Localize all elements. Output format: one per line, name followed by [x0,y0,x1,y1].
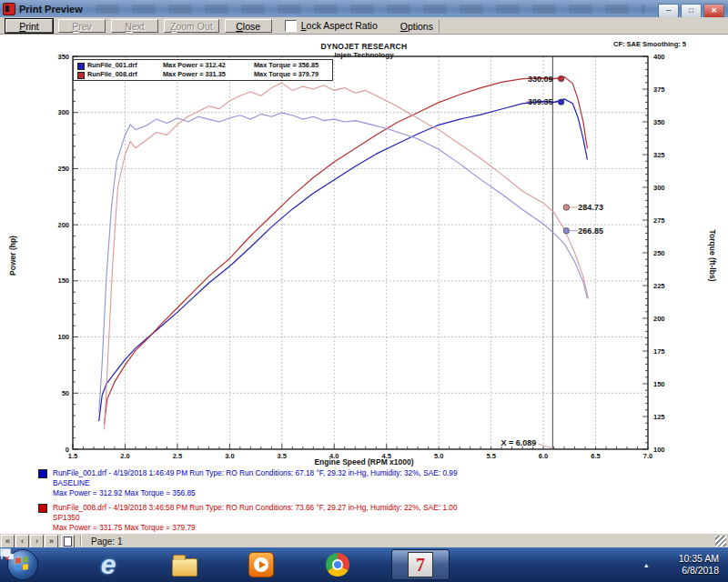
chart-legend: RunFile_001.drfMax Power = 312.42Max Tor… [73,59,333,81]
taskbar-item-dyno-app-active[interactable]: 7 [391,549,450,580]
svg-text:125: 125 [653,413,665,421]
cursor-readout: X = 6.089 [501,438,537,447]
svg-text:1.5: 1.5 [68,452,77,460]
legend-max-torque: Max Torque = 356.85 [254,61,318,69]
svg-text:225: 225 [653,282,665,290]
svg-text:100: 100 [57,333,69,341]
svg-text:100: 100 [653,446,665,454]
svg-text:275: 275 [653,216,665,225]
last-page-button[interactable]: » [45,535,58,548]
callout-marker[interactable] [558,99,563,105]
statusbar-divider [80,536,82,547]
run-header-line: RunFile_001.drf - 4/19/2018 1:46:49 PM R… [53,468,458,478]
lock-aspect-ratio-label: Lock Aspect Ratio [301,20,378,31]
legend-max-power: Max Power = 312.42 [163,61,226,69]
page-layout-button[interactable] [61,535,75,548]
taskbar: e 7 ▲ x 10:35 AM 6/8/2018 [0,547,728,582]
options-button[interactable]: Options [394,19,440,33]
svg-text:300: 300 [653,184,665,192]
run-tag-line: SP1350 [53,513,458,523]
prev-page-button[interactable]: ‹ [15,535,29,548]
x-axis-title: Engine Speed (RPM x1000) [228,457,500,467]
curve-runfile_001-power [99,99,588,421]
svg-text:0: 0 [66,446,69,454]
dyno-app-icon: 7 [408,552,433,577]
svg-text:300: 300 [57,108,69,116]
next-button: Next [111,19,158,33]
svg-text:2.0: 2.0 [120,452,129,460]
legend-file: RunFile_008.drf [87,70,137,78]
print-button[interactable]: Print [5,19,53,33]
callout-266.85: 266.85 [578,226,603,236]
run-max-line: Max Power = 331.75 Max Torque = 379.79 [53,523,458,533]
curve-runfile_001-torque [99,113,588,413]
run-header-line: RunFile_008.drf - 4/19/2018 3:46:58 PM R… [53,503,458,513]
legend-swatch [77,63,85,70]
legend-file: RunFile_001.drf [87,61,137,69]
app-icon [3,3,15,15]
clock-date: 6/8/2018 [679,565,719,577]
page-number-label: Page: 1 [91,537,122,547]
toolbar: PrintPrevNextZoom OutClose Lock Aspect R… [0,17,728,35]
next-page-button[interactable]: › [30,535,44,548]
tray-expand-chevron[interactable]: ▲ [643,562,650,568]
close-button[interactable]: Close [225,19,272,33]
svg-text:350: 350 [653,118,665,126]
run-info-2: RunFile_008.drf - 4/19/2018 3:46:58 PM R… [38,503,458,533]
maximize-button[interactable]: □ [681,4,702,18]
minimize-button[interactable]: ─ [658,4,679,18]
window-controls: ─□✕ [658,0,728,18]
taskbar-item-explorer[interactable] [171,551,198,578]
chrome-icon [326,553,349,577]
first-page-button[interactable]: « [1,535,15,548]
svg-text:200: 200 [57,221,69,229]
run-max-line: Max Power = 312.92 Max Torque = 356.85 [53,488,458,498]
window-title: Print Preview [19,4,83,15]
right-axis-title: Torque (ft-lbs) [709,230,718,282]
callout-marker[interactable] [558,75,563,81]
zoom-out-button: Zoom Out [164,19,219,33]
folder-icon [172,558,197,577]
media-player-icon [248,552,274,577]
run-info-1: RunFile_001.drf - 4/19/2018 1:46:49 PM R… [38,468,458,498]
titlebar: Print Preview ─□✕ [0,0,728,18]
run-swatch [38,469,47,478]
svg-text:350: 350 [57,53,69,61]
statusbar: «‹›» Page: 1 [0,533,728,548]
clock-time: 10:35 AM [679,553,719,565]
taskbar-item-internet-explorer[interactable]: e [95,551,122,578]
callout-marker[interactable] [563,228,569,234]
svg-text:175: 175 [653,347,665,356]
taskbar-item-media-player[interactable] [248,551,275,578]
system-tray: ▲ x 10:35 AM 6/8/2018 [643,553,728,577]
svg-text:250: 250 [653,249,665,257]
svg-text:6.0: 6.0 [539,452,548,460]
legend-row-2: RunFile_008.drfMax Power = 331.35Max Tor… [74,70,332,79]
internet-explorer-icon: e [101,552,116,577]
windows-flag-icon [15,557,28,570]
run-info-block: RunFile_001.drf - 4/19/2018 1:46:49 PM R… [38,468,458,533]
run-tag-line: BASELINE [53,478,458,488]
close-button[interactable]: ✕ [703,4,724,18]
taskbar-clock[interactable]: 10:35 AM 6/8/2018 [679,553,719,577]
taskbar-item-chrome[interactable] [324,551,351,578]
resize-grip[interactable] [715,536,726,547]
callout-marker[interactable] [563,205,569,210]
svg-text:x: x [5,554,10,561]
legend-row-1: RunFile_001.drfMax Power = 312.42Max Tor… [74,61,332,70]
prev-button: Prev [58,19,106,33]
svg-text:250: 250 [57,165,69,173]
legend-max-power: Max Power = 331.35 [163,70,226,78]
page-icon [64,537,72,547]
lock-aspect-ratio-checkbox[interactable] [285,20,297,32]
callout-309.35: 309.35 [528,97,553,106]
run-swatch [38,504,47,513]
svg-text:6.5: 6.5 [591,452,600,460]
curve-runfile_008-power [105,77,588,425]
svg-text:375: 375 [653,85,665,94]
lock-aspect-ratio-checkbox-group[interactable]: Lock Aspect Ratio [285,20,378,32]
legend-swatch [77,72,85,79]
svg-text:150: 150 [57,276,69,285]
print-preview-window: Print Preview ─□✕ PrintPrevNextZoom OutC… [0,0,728,582]
left-axis-title: Power (hp) [8,236,17,276]
